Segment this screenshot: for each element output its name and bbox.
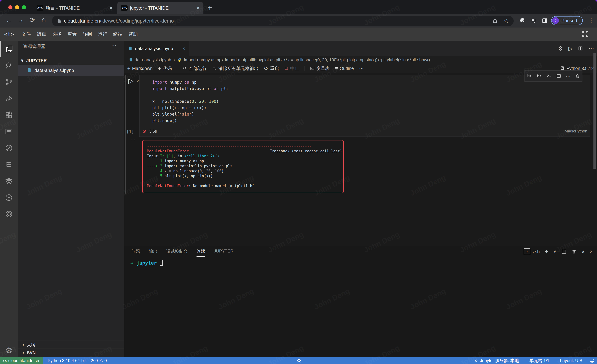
explorer-files-icon[interactable]	[0, 41, 18, 57]
url-bar[interactable]: cloud.titanide.cn/ide/web/coding/jupyter…	[52, 16, 514, 26]
traffic-light-close[interactable]	[8, 5, 12, 9]
interrupt-button[interactable]: 中止	[284, 66, 299, 71]
layout-indicator[interactable]: Layout: U.S.	[560, 358, 583, 363]
profile-badge[interactable]: J Paused	[551, 16, 583, 25]
editor-tab-notebook[interactable]: data-analysis.ipynb ×	[124, 41, 189, 56]
breadcrumb-code[interactable]: import numpy as np↵import matplotlib.pyp…	[184, 57, 430, 62]
run-cell-button[interactable]: ▷	[128, 77, 134, 85]
bookmark-star-icon[interactable]: ☆	[503, 17, 509, 24]
extensions-icon[interactable]	[0, 107, 18, 123]
outline-button[interactable]: ≡Outline	[335, 66, 354, 71]
kill-terminal-icon[interactable]	[572, 249, 577, 254]
sidebar-section-jupyter[interactable]: ∨ JUPYTER	[18, 56, 124, 65]
menu-item[interactable]: 帮助	[126, 29, 141, 39]
new-terminal-icon[interactable]: +	[545, 248, 549, 255]
menu-item[interactable]: 终端	[110, 29, 126, 39]
editor-scrollbar[interactable]	[593, 53, 596, 169]
cell-more-icon[interactable]: ⋯	[566, 73, 571, 79]
section-label: SVN	[27, 350, 36, 355]
run-above-icon[interactable]	[537, 73, 542, 79]
reading-list-icon[interactable]	[531, 18, 537, 24]
tab-close-icon[interactable]: ×	[182, 46, 185, 51]
shell-selector[interactable]: ❯ zsh	[524, 248, 540, 255]
share-icon[interactable]	[492, 18, 498, 24]
panel-tab-debug-console[interactable]: 调试控制台	[166, 248, 188, 257]
source-control-icon[interactable]	[0, 74, 18, 90]
add-markdown-button[interactable]: +Markdown	[127, 65, 153, 71]
remote-explorer-icon[interactable]	[0, 206, 18, 222]
panel-tab-terminal[interactable]: 终端	[196, 248, 205, 257]
traffic-light-minimize[interactable]	[15, 5, 19, 9]
output-more-icon[interactable]: ⋯	[130, 137, 135, 143]
layers-icon[interactable]	[0, 173, 18, 189]
browser-tab-project[interactable]: <t> 项目 - TITANIDE ×	[33, 2, 116, 14]
cell-code-editor[interactable]: import numpy as npimport matplotlib.pypl…	[152, 79, 228, 124]
menu-item[interactable]: 文件	[18, 29, 34, 39]
restart-button[interactable]: ↺重启	[264, 65, 279, 71]
breadcrumb[interactable]: data-analysis.ipynb › import numpy as np…	[124, 56, 597, 63]
cell-indicator[interactable]: 单元格 1/1	[529, 358, 549, 364]
sidebar-section-svn[interactable]: › SVN	[18, 349, 124, 357]
run-all-button[interactable]: 全部运行	[182, 66, 207, 71]
database-icon[interactable]	[0, 156, 18, 173]
run-below-icon[interactable]	[546, 73, 552, 79]
reload-icon[interactable]: ⟳	[30, 16, 35, 24]
maximize-panel-icon[interactable]: ∧	[581, 249, 585, 254]
close-panel-icon[interactable]: ×	[589, 248, 593, 255]
prompt-arrow: →	[130, 260, 133, 266]
variables-button[interactable]: 变量表	[310, 66, 330, 71]
add-code-button[interactable]: +代码	[158, 65, 172, 71]
menu-item[interactable]: 转到	[80, 29, 95, 39]
panel-tab-output[interactable]: 输出	[149, 248, 157, 257]
problems-indicator[interactable]: ⊗0 ⚠0	[90, 358, 107, 363]
clear-outputs-button[interactable]: 清除所有单元格输出	[212, 66, 258, 71]
tab-close-icon[interactable]: ×	[197, 5, 200, 11]
delete-cell-icon[interactable]	[575, 74, 580, 78]
terminal-dropdown-icon[interactable]: ∨	[553, 249, 556, 254]
run-cell-chevron-icon[interactable]: ∨	[136, 79, 139, 83]
python-interpreter[interactable]: Python 3.10.4 64-bit	[48, 358, 86, 363]
panel-tab-problems[interactable]: 问题	[132, 248, 140, 257]
file-item-notebook[interactable]: data-analysis.ipynb	[18, 65, 124, 76]
remote-indicator[interactable]: >< cloud.titanide.cn	[0, 357, 43, 364]
side-panel-icon[interactable]	[542, 17, 548, 24]
panel-tab-jupyter[interactable]: JUPYTER	[214, 248, 233, 257]
run-all-play-icon[interactable]: ▷	[568, 46, 573, 52]
breadcrumb-file[interactable]: data-analysis.ipynb	[135, 57, 171, 62]
fullscreen-icon[interactable]	[581, 30, 589, 38]
notifications-bell-icon[interactable]	[589, 358, 595, 363]
settings-gear-icon[interactable]: ⚙	[0, 342, 18, 358]
execute-cells-icon[interactable]	[527, 73, 532, 79]
traffic-light-zoom[interactable]	[22, 5, 26, 9]
sidebar-section-outline[interactable]: › 大纲	[18, 341, 124, 349]
menu-item[interactable]: 编辑	[34, 29, 49, 39]
code-cell[interactable]: import numpy as npimport matplotlib.pypl…	[139, 75, 590, 137]
terminal[interactable]: → jupyter	[130, 260, 163, 266]
jupyter-server-indicator[interactable]: Jupyter 服务器: 本地	[474, 358, 519, 364]
forward-arrow-icon[interactable]: →	[17, 16, 24, 24]
split-cell-icon[interactable]	[556, 73, 561, 79]
new-tab-button[interactable]: +	[208, 3, 212, 12]
search-icon[interactable]	[0, 57, 18, 74]
menu-item[interactable]: 选择	[49, 29, 64, 39]
kebab-menu-icon[interactable]: ⋮	[588, 17, 594, 24]
menu-item[interactable]: 运行	[95, 29, 110, 39]
split-editor-icon[interactable]	[578, 46, 583, 51]
notebook-settings-gear-icon[interactable]: ⚙	[558, 45, 563, 52]
menu-item[interactable]: 查看	[64, 29, 80, 39]
toolbar-more-icon[interactable]: ⋯	[359, 66, 363, 71]
browser-tab-jupyter[interactable]: <t> jupyter - TITANIDE ×	[117, 2, 204, 14]
cell-language[interactable]: MagicPython	[565, 129, 587, 133]
sidebar-more-icon[interactable]: ⋯	[111, 42, 117, 49]
more-actions-icon[interactable]: ⋯	[589, 45, 594, 52]
remote-window-icon[interactable]	[0, 123, 18, 140]
power-icon[interactable]	[0, 189, 18, 206]
run-debug-icon[interactable]	[0, 90, 18, 107]
live-share-icon[interactable]	[0, 140, 18, 156]
split-terminal-icon[interactable]	[561, 249, 567, 254]
home-icon[interactable]: ⌂	[42, 16, 46, 24]
tab-close-icon[interactable]: ×	[110, 5, 112, 11]
back-arrow-icon[interactable]: ←	[6, 16, 12, 24]
expand-panel-chevrons-icon[interactable]	[295, 358, 302, 364]
extensions-puzzle-icon[interactable]	[519, 17, 526, 24]
